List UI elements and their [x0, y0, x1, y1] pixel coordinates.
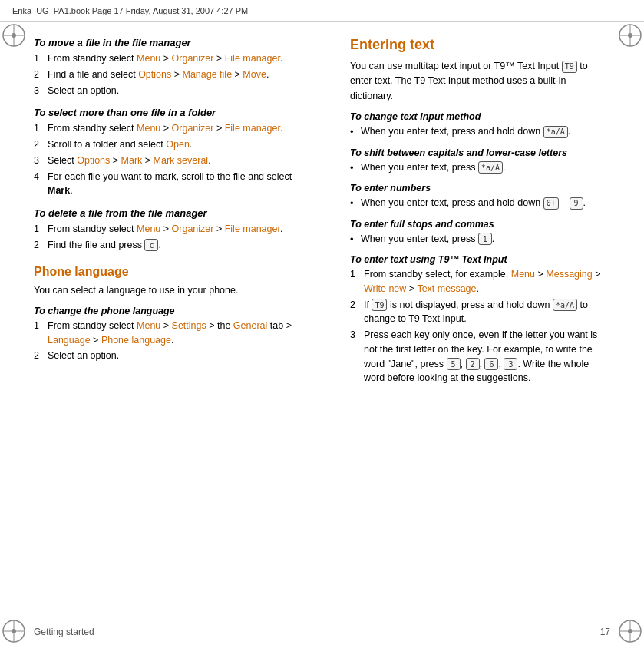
phone-language-body: You can select a language to use in your… — [34, 283, 294, 298]
step-2: 2 Find the file and press c. — [34, 238, 294, 253]
top-bar: Erika_UG_PA1.book Page 17 Friday, August… — [0, 0, 644, 22]
three-key-icon: 3 — [504, 358, 517, 370]
bullets-shift-capitals: • When you enter text, press *a/A. — [350, 160, 610, 176]
right-column: Entering text You can use multitap text … — [344, 37, 610, 614]
bullets-change-input: • When you enter text, press and hold do… — [350, 124, 610, 140]
page-container: Erika_UG_PA1.book Page 17 Friday, August… — [0, 0, 644, 645]
bullet-1: • When you enter text, press and hold do… — [350, 196, 610, 211]
bullets-enter-numbers: • When you enter text, press and hold do… — [350, 196, 610, 211]
footer-page-number: 17 — [600, 627, 610, 637]
section-delete-file-heading: To delete a file from the file manager — [34, 207, 294, 219]
section-select-multiple-heading: To select more than one file in a folder — [34, 107, 294, 118]
step-1: 1 From standby select Menu > Settings > … — [34, 319, 294, 348]
shift-capitals-subheading: To shift between capitals and lower-case… — [350, 147, 610, 158]
footer: Getting started 17 — [34, 627, 610, 637]
enter-fullstops-subheading: To enter full stops and commas — [350, 219, 610, 230]
step-1: 1 From standby select Menu > Organizer >… — [34, 121, 294, 136]
section-move-file-heading: To move a file in the file manager — [34, 37, 294, 48]
steps-select-multiple: 1 From standby select Menu > Organizer >… — [34, 121, 294, 198]
top-bar-text: Erika_UG_PA1.book Page 17 Friday, August… — [12, 6, 248, 15]
nine-key-icon: 9 — [570, 197, 583, 210]
star-key-icon: *a/A — [543, 126, 568, 138]
bullets-fullstops: • When you enter text, press 1. — [350, 232, 610, 247]
step-2: 2 If T9 is not displayed, press and hold… — [350, 298, 610, 327]
left-column: To move a file in the file manager 1 Fro… — [34, 37, 300, 614]
one-key-icon: 1 — [478, 233, 492, 245]
five-key-icon: 5 — [447, 358, 461, 370]
zero-key-icon: 0+ — [543, 197, 559, 210]
footer-left-text: Getting started — [34, 627, 94, 637]
step-4: 4 For each file you want to mark, scroll… — [34, 170, 294, 199]
step-1: 1 From standby select Menu > Organizer >… — [34, 222, 294, 237]
entering-text-heading: Entering text — [350, 37, 610, 53]
step-2: 2 Select an option. — [34, 349, 294, 363]
steps-t9: 1 From standby select, for example, Menu… — [350, 267, 610, 385]
change-input-method-subheading: To change text input method — [350, 111, 610, 122]
steps-move-file: 1 From standby select Menu > Organizer >… — [34, 51, 294, 98]
phone-language-heading: Phone language — [34, 265, 294, 279]
entering-text-body: You can use multitap text input or T9™ T… — [350, 59, 610, 104]
steps-phone-language: 1 From standby select Menu > Settings > … — [34, 319, 294, 363]
step-3: 3 Select Options > Mark > Mark several. — [34, 154, 294, 168]
step-1: 1 From standby select Menu > Organizer >… — [34, 51, 294, 66]
c-key-icon: c — [144, 239, 158, 251]
step-3: 3 Press each key only once, even if the … — [350, 328, 610, 385]
t9-small-icon: T9 — [372, 299, 387, 311]
column-divider — [322, 37, 322, 614]
six-key-icon: 6 — [484, 358, 498, 370]
t9-key-icon: T9 — [562, 61, 577, 73]
enter-t9-subheading: To enter text using T9™ Text Input — [350, 254, 610, 265]
step-2: 2 Scroll to a folder and select Open. — [34, 137, 294, 152]
step-3: 3 Select an option. — [34, 84, 294, 98]
bullet-1: • When you enter text, press 1. — [350, 232, 610, 247]
change-phone-lang-subheading: To change the phone language — [34, 306, 294, 316]
star-a2-key-icon: *a/A — [553, 299, 577, 311]
bullet-1: • When you enter text, press *a/A. — [350, 160, 610, 176]
step-1: 1 From standby select, for example, Menu… — [350, 267, 610, 296]
content-area: To move a file in the file manager 1 Fro… — [0, 22, 644, 645]
bullet-1: • When you enter text, press and hold do… — [350, 124, 610, 140]
star-a-key-icon: *a/A — [478, 161, 503, 174]
enter-numbers-subheading: To enter numbers — [350, 183, 610, 194]
step-2: 2 Find a file and select Options > Manag… — [34, 68, 294, 82]
steps-delete-file: 1 From standby select Menu > Organizer >… — [34, 222, 294, 253]
two-key-icon: 2 — [466, 358, 480, 370]
